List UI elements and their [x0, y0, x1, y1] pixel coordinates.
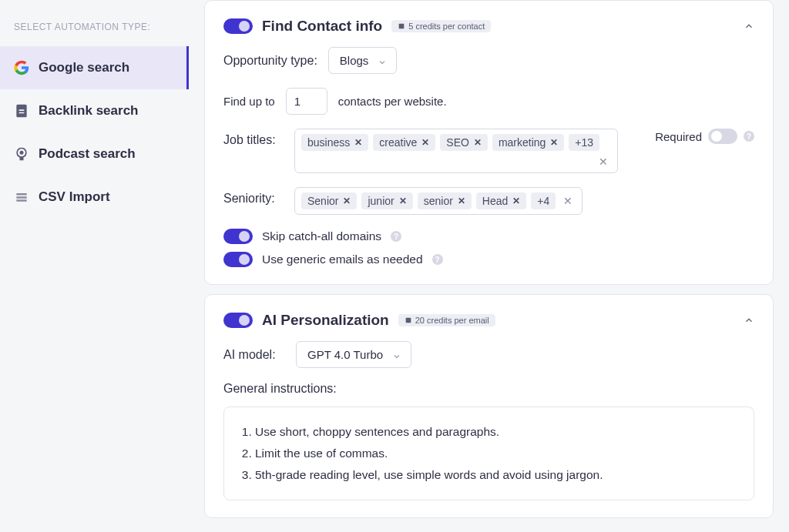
credit-icon — [398, 22, 405, 30]
findup-pre: Find up to — [223, 95, 275, 108]
opportunity-label: Opportunity type: — [223, 54, 317, 68]
google-icon — [14, 60, 29, 75]
tag: business✕ — [301, 134, 368, 151]
contact-credits-badge: 5 credits per contact — [391, 20, 491, 32]
ai-model-label: AI model: — [223, 348, 285, 362]
clear-all-icon[interactable]: ✕ — [596, 156, 611, 168]
help-icon[interactable]: ? — [432, 254, 443, 265]
remove-icon[interactable]: ✕ — [474, 137, 482, 148]
instructions-textarea[interactable]: Use short, choppy sentences and paragrap… — [223, 407, 754, 500]
sidebar-item-label: Google search — [39, 60, 129, 75]
footer: Back Email me when the search is complet… — [204, 527, 774, 532]
sidebar-item-label: Backlink search — [39, 103, 138, 119]
chevron-down-icon — [378, 56, 387, 65]
podcast-icon — [14, 146, 29, 162]
tag: creative✕ — [373, 134, 435, 151]
jobtitles-label: Job titles: — [223, 129, 284, 147]
jobtitles-input[interactable]: business✕ creative✕ SEO✕ marketing✕ +13 … — [294, 129, 618, 173]
remove-icon[interactable]: ✕ — [550, 137, 558, 148]
tag-more[interactable]: +13 — [569, 134, 599, 151]
instruction-item: Limit the use of commas. — [255, 443, 738, 464]
contact-title: Find Contact info — [262, 18, 382, 35]
csv-icon — [14, 189, 29, 205]
instructions-label: General instructions: — [223, 382, 754, 396]
remove-icon[interactable]: ✕ — [458, 196, 465, 206]
sidebar-item-backlink-search[interactable]: Backlink search — [0, 89, 189, 132]
tag: Head✕ — [476, 192, 526, 209]
tag: Senior✕ — [301, 192, 357, 209]
tag: junior✕ — [361, 192, 412, 209]
generic-emails-label: Use generic emails as needed — [262, 253, 423, 266]
remove-icon[interactable]: ✕ — [512, 196, 520, 206]
svg-rect-2 — [405, 318, 411, 323]
chevron-down-icon — [392, 350, 401, 360]
ai-toggle[interactable] — [223, 313, 253, 328]
credit-icon — [405, 316, 412, 324]
required-label: Required — [655, 130, 702, 143]
findup-post: contacts per website. — [338, 95, 447, 108]
generic-emails-toggle[interactable] — [223, 252, 253, 267]
seniority-input[interactable]: Senior✕ junior✕ senior✕ Head✕ +4 ✕ — [294, 187, 583, 215]
ai-credits-badge: 20 credits per email — [398, 314, 495, 326]
tag: marketing✕ — [492, 134, 564, 151]
required-toggle[interactable] — [708, 129, 737, 144]
sidebar-item-podcast-search[interactable]: Podcast search — [0, 132, 189, 176]
sidebar-item-google-search[interactable]: Google search — [0, 46, 189, 89]
clear-all-icon[interactable]: ✕ — [560, 195, 576, 207]
help-icon[interactable]: ? — [744, 131, 754, 142]
seniority-label: Seniority: — [223, 187, 284, 206]
tag: senior✕ — [418, 192, 472, 209]
sidebar-item-label: Podcast search — [39, 146, 136, 162]
contact-toggle[interactable] — [223, 18, 253, 34]
main: Find Contact info 5 credits per contact … — [189, 0, 789, 532]
instruction-item: 5th-grade reading level, use simple word… — [255, 464, 738, 486]
collapse-icon[interactable] — [744, 315, 754, 326]
collapse-icon[interactable] — [744, 21, 754, 32]
opportunity-select[interactable]: Blogs — [328, 47, 398, 74]
remove-icon[interactable]: ✕ — [343, 196, 351, 206]
help-icon[interactable]: ? — [391, 231, 401, 242]
sidebar-item-csv-import[interactable]: CSV Import — [0, 176, 189, 219]
svg-point-0 — [20, 151, 24, 155]
remove-icon[interactable]: ✕ — [421, 137, 429, 148]
remove-icon[interactable]: ✕ — [354, 137, 362, 148]
contact-card: Find Contact info 5 credits per contact … — [204, 0, 774, 285]
sidebar-title: SELECT AUTOMATION TYPE: — [0, 22, 189, 46]
skip-catchall-toggle[interactable] — [223, 229, 253, 244]
skip-catchall-label: Skip catch-all domains — [262, 229, 381, 243]
remove-icon[interactable]: ✕ — [399, 196, 407, 206]
tag-more[interactable]: +4 — [531, 192, 556, 209]
sidebar: SELECT AUTOMATION TYPE: Google search Ba… — [0, 0, 189, 532]
ai-model-select[interactable]: GPT 4.0 Turbo — [296, 341, 411, 368]
backlink-icon — [14, 103, 29, 119]
instruction-item: Use short, choppy sentences and paragrap… — [255, 421, 738, 443]
ai-title: AI Personalization — [262, 312, 389, 329]
sidebar-item-label: CSV Import — [39, 189, 110, 205]
contacts-count-input[interactable] — [286, 88, 327, 115]
tag: SEO✕ — [440, 134, 488, 151]
svg-rect-1 — [399, 24, 405, 29]
ai-card: AI Personalization 20 credits per email … — [204, 294, 774, 518]
